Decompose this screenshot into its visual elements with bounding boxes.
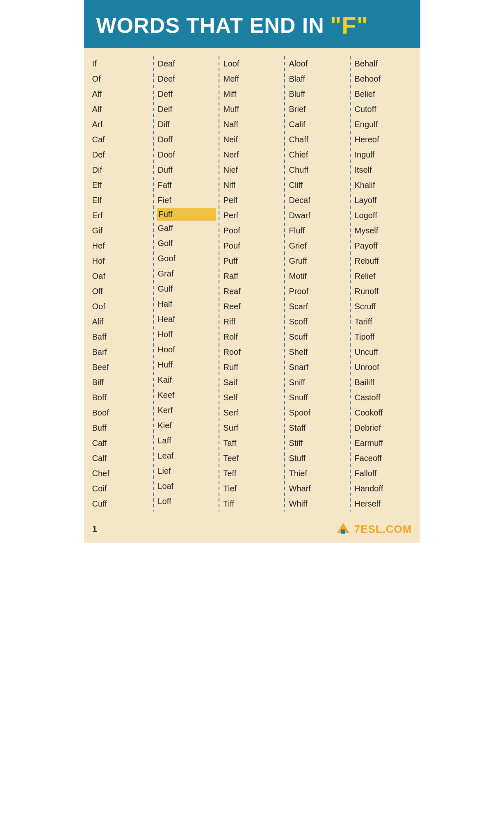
page-number: 1 [92,524,97,534]
list-item: Goof [157,251,216,266]
list-item: Caff [91,436,151,451]
list-item: Nief [223,162,282,178]
list-item: Hoff [157,327,216,342]
list-item: Muff [223,102,282,117]
list-item: Graf [157,266,216,281]
list-item: Brief [288,102,347,117]
list-item: Chief [288,147,347,162]
list-item: Bailiff [354,375,413,390]
svg-rect-1 [341,530,345,534]
list-item: Myself [354,223,413,238]
list-item: Loff [157,494,216,509]
list-item: Alif [91,314,151,329]
list-item: Behoof [354,71,413,87]
list-item: Behalf [354,56,413,71]
list-item: Raff [223,269,282,284]
logo: 7ESL.COM [335,521,412,537]
list-item: Aloof [288,56,347,71]
list-item: Deef [157,71,216,87]
list-item: Rebuff [354,253,413,269]
list-item: Gaff [157,221,216,236]
list-item: Dif [91,162,151,178]
list-item: Faceoff [354,451,413,466]
list-item: Huff [157,357,216,372]
list-item: Doff [157,132,216,147]
list-item: Gruff [288,253,347,269]
list-item: Taff [223,436,282,451]
list-item: Loaf [157,479,216,494]
footer: 1 7ESL.COM [84,516,420,543]
list-item: Nerf [223,147,282,162]
list-item: Aff [91,87,151,102]
list-item: Elf [91,193,151,208]
list-item: Calf [91,451,151,466]
list-item: Thief [288,466,347,481]
list-item: Hoof [157,342,216,357]
list-item: Tariff [354,314,413,329]
list-item: Herself [354,496,413,511]
header-title-main: WORDS THAT END IN [96,13,324,38]
list-item: Shelf [288,345,347,360]
list-item: Stiff [288,436,347,451]
list-item: Kaif [157,372,216,388]
list-item: Pelf [223,193,282,208]
list-item: Serf [223,405,282,420]
column-3: LoofMeffMiffMuffNaffNeifNerfNiefNiffPelf… [219,56,285,511]
list-item: Perf [223,208,282,223]
list-item: Teff [223,466,282,481]
list-item: Tipoff [354,329,413,345]
list-item: Oof [91,299,151,314]
content-area: IfOfAffAlfArfCafDefDifEffElfErfGifHefHof… [84,48,420,516]
list-item: Tiff [223,496,282,511]
list-item: Engulf [354,117,413,132]
list-item: Leaf [157,448,216,463]
list-item: Calif [288,117,347,132]
list-item: Delf [157,102,216,117]
list-item: Chuff [288,162,347,178]
list-item: Falloff [354,466,413,481]
list-item: Debrief [354,420,413,436]
list-item: Scruff [354,299,413,314]
list-item: Loof [223,56,282,71]
list-item: Scuff [288,329,347,345]
list-item: Cliff [288,178,347,193]
list-item: Faff [157,178,216,193]
list-item: Decaf [288,193,347,208]
list-item: Boof [91,405,151,420]
list-item: Meff [223,71,282,87]
list-item: Fief [157,193,216,208]
list-item: Def [91,147,151,162]
header: WORDS THAT END IN "F" [84,0,420,48]
list-item: Itself [354,162,413,178]
column-2: DeafDeefDeffDelfDiffDoffDoofDuffFaffFief… [154,56,219,511]
list-item: Rolf [223,329,282,345]
list-item: Reaf [223,284,282,299]
list-item: Kerf [157,403,216,418]
list-item: Unroof [354,360,413,375]
list-item: Coif [91,481,151,496]
list-item: Snuff [288,390,347,405]
list-item: Oaf [91,269,151,284]
list-item: Pouf [223,238,282,253]
list-item: Scoff [288,314,347,329]
list-item: Duff [157,162,216,178]
list-item: Of [91,71,151,87]
list-item: Fluff [288,223,347,238]
list-item: Cutoff [354,102,413,117]
list-item: Alf [91,102,151,117]
list-item: Keef [157,388,216,403]
list-item: Sniff [288,375,347,390]
list-item: Miff [223,87,282,102]
list-item: Spoof [288,405,347,420]
list-item: Earmuff [354,436,413,451]
list-item: Hof [91,253,151,269]
list-item: Diff [157,117,216,132]
list-item: Roof [223,345,282,360]
list-item: Biff [91,375,151,390]
list-item: Cookoff [354,405,413,420]
list-item: Castoff [354,390,413,405]
list-item: Beef [91,360,151,375]
list-item: Hereof [354,132,413,147]
list-item: Saif [223,375,282,390]
list-item: If [91,56,151,71]
